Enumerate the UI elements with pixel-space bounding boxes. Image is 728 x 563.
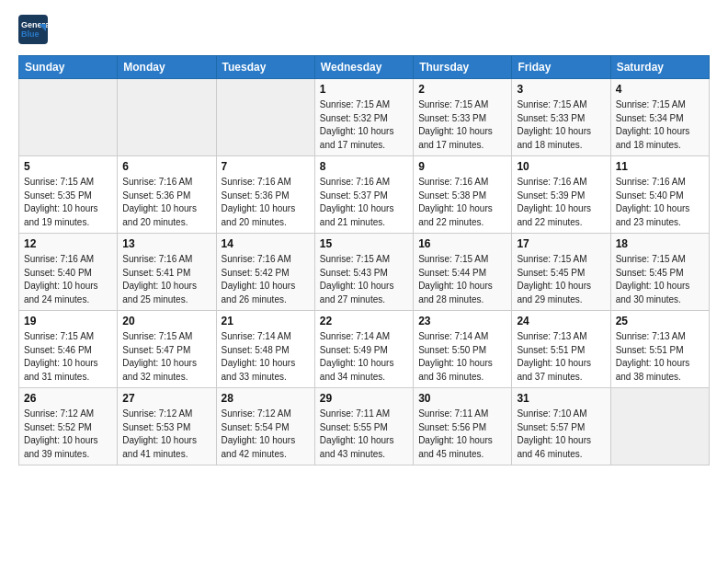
day-info: Sunrise: 7:15 AMSunset: 5:45 PMDaylight:… (517, 253, 605, 306)
weekday-header-cell: Friday (512, 56, 610, 79)
day-info: Sunrise: 7:14 AMSunset: 5:50 PMDaylight:… (418, 330, 506, 384)
calendar-body: 1Sunrise: 7:15 AMSunset: 5:32 PMDaylight… (19, 79, 710, 465)
day-info: Sunrise: 7:11 AMSunset: 5:56 PMDaylight:… (418, 408, 506, 461)
day-info: Sunrise: 7:16 AMSunset: 5:40 PMDaylight:… (24, 253, 112, 306)
calendar-cell: 5Sunrise: 7:15 AMSunset: 5:35 PMDaylight… (19, 156, 118, 234)
day-info: Sunrise: 7:14 AMSunset: 5:48 PMDaylight:… (222, 330, 310, 384)
day-info: Sunrise: 7:11 AMSunset: 5:55 PMDaylight:… (320, 408, 408, 461)
day-number: 27 (122, 392, 210, 405)
day-info: Sunrise: 7:16 AMSunset: 5:42 PMDaylight:… (222, 253, 310, 306)
day-info: Sunrise: 7:16 AMSunset: 5:41 PMDaylight:… (122, 253, 210, 306)
calendar-cell: 28Sunrise: 7:12 AMSunset: 5:54 PMDayligh… (216, 388, 314, 465)
day-number: 11 (616, 160, 704, 173)
calendar-cell: 4Sunrise: 7:15 AMSunset: 5:34 PMDaylight… (610, 79, 709, 156)
calendar-cell: 15Sunrise: 7:15 AMSunset: 5:43 PMDayligh… (314, 234, 413, 311)
weekday-header-row: SundayMondayTuesdayWednesdayThursdayFrid… (19, 56, 710, 79)
calendar-cell: 22Sunrise: 7:14 AMSunset: 5:49 PMDayligh… (314, 311, 413, 388)
calendar-cell (19, 79, 118, 156)
calendar-cell: 16Sunrise: 7:15 AMSunset: 5:44 PMDayligh… (414, 234, 512, 311)
day-info: Sunrise: 7:15 AMSunset: 5:34 PMDaylight:… (616, 98, 704, 152)
day-info: Sunrise: 7:13 AMSunset: 5:51 PMDaylight:… (517, 330, 605, 384)
calendar-cell: 14Sunrise: 7:16 AMSunset: 5:42 PMDayligh… (216, 234, 314, 311)
weekday-header-cell: Tuesday (216, 56, 314, 79)
day-number: 13 (122, 237, 210, 250)
day-info: Sunrise: 7:14 AMSunset: 5:49 PMDaylight:… (320, 330, 408, 384)
day-info: Sunrise: 7:16 AMSunset: 5:40 PMDaylight:… (616, 176, 704, 229)
calendar-cell: 18Sunrise: 7:15 AMSunset: 5:45 PMDayligh… (610, 234, 709, 311)
day-number: 20 (122, 315, 210, 327)
calendar-cell: 23Sunrise: 7:14 AMSunset: 5:50 PMDayligh… (414, 311, 512, 388)
calendar-cell: 27Sunrise: 7:12 AMSunset: 5:53 PMDayligh… (118, 388, 216, 465)
weekday-header-cell: Thursday (414, 56, 512, 79)
day-info: Sunrise: 7:15 AMSunset: 5:35 PMDaylight:… (24, 176, 112, 229)
day-number: 28 (222, 392, 310, 405)
day-number: 10 (517, 160, 605, 173)
day-number: 26 (24, 392, 112, 405)
calendar-cell: 8Sunrise: 7:16 AMSunset: 5:37 PMDaylight… (314, 156, 413, 234)
day-number: 2 (418, 83, 506, 96)
calendar-table: SundayMondayTuesdayWednesdayThursdayFrid… (18, 55, 710, 465)
day-number: 19 (24, 315, 112, 327)
day-info: Sunrise: 7:15 AMSunset: 5:33 PMDaylight:… (418, 98, 506, 152)
day-info: Sunrise: 7:12 AMSunset: 5:54 PMDaylight:… (222, 408, 310, 461)
day-info: Sunrise: 7:15 AMSunset: 5:32 PMDaylight:… (320, 98, 408, 152)
svg-text:Blue: Blue (21, 29, 40, 39)
day-number: 30 (418, 392, 506, 405)
calendar-cell: 21Sunrise: 7:14 AMSunset: 5:48 PMDayligh… (216, 311, 314, 388)
day-info: Sunrise: 7:16 AMSunset: 5:38 PMDaylight:… (418, 176, 506, 229)
calendar-cell: 3Sunrise: 7:15 AMSunset: 5:33 PMDaylight… (512, 79, 610, 156)
calendar-cell: 10Sunrise: 7:16 AMSunset: 5:39 PMDayligh… (512, 156, 610, 234)
weekday-header-cell: Monday (118, 56, 216, 79)
day-number: 31 (517, 392, 605, 405)
day-number: 7 (222, 160, 310, 173)
calendar-cell: 29Sunrise: 7:11 AMSunset: 5:55 PMDayligh… (314, 388, 413, 465)
day-number: 25 (616, 315, 704, 327)
day-number: 4 (616, 83, 704, 96)
day-number: 12 (24, 237, 112, 250)
day-info: Sunrise: 7:16 AMSunset: 5:39 PMDaylight:… (517, 176, 605, 229)
day-info: Sunrise: 7:15 AMSunset: 5:47 PMDaylight:… (122, 330, 210, 384)
day-info: Sunrise: 7:15 AMSunset: 5:46 PMDaylight:… (24, 330, 112, 384)
calendar-week-row: 26Sunrise: 7:12 AMSunset: 5:52 PMDayligh… (19, 388, 710, 465)
day-number: 1 (320, 83, 408, 96)
calendar-cell: 19Sunrise: 7:15 AMSunset: 5:46 PMDayligh… (19, 311, 118, 388)
calendar-cell: 12Sunrise: 7:16 AMSunset: 5:40 PMDayligh… (19, 234, 118, 311)
day-info: Sunrise: 7:15 AMSunset: 5:44 PMDaylight:… (418, 253, 506, 306)
logo: General Blue (18, 15, 48, 44)
day-number: 18 (616, 237, 704, 250)
day-number: 9 (418, 160, 506, 173)
day-info: Sunrise: 7:15 AMSunset: 5:45 PMDaylight:… (616, 253, 704, 306)
day-number: 23 (418, 315, 506, 327)
day-info: Sunrise: 7:13 AMSunset: 5:51 PMDaylight:… (616, 330, 704, 384)
day-number: 6 (122, 160, 210, 173)
calendar-cell: 13Sunrise: 7:16 AMSunset: 5:41 PMDayligh… (118, 234, 216, 311)
day-info: Sunrise: 7:16 AMSunset: 5:36 PMDaylight:… (122, 176, 210, 229)
day-info: Sunrise: 7:12 AMSunset: 5:53 PMDaylight:… (122, 408, 210, 461)
day-number: 24 (517, 315, 605, 327)
day-number: 17 (517, 237, 605, 250)
day-number: 22 (320, 315, 408, 327)
calendar-cell: 6Sunrise: 7:16 AMSunset: 5:36 PMDaylight… (118, 156, 216, 234)
logo-icon: General Blue (18, 15, 48, 44)
calendar-cell: 1Sunrise: 7:15 AMSunset: 5:32 PMDaylight… (314, 79, 413, 156)
weekday-header-cell: Wednesday (314, 56, 413, 79)
day-number: 15 (320, 237, 408, 250)
day-number: 3 (517, 83, 605, 96)
calendar-cell: 31Sunrise: 7:10 AMSunset: 5:57 PMDayligh… (512, 388, 610, 465)
day-info: Sunrise: 7:16 AMSunset: 5:36 PMDaylight:… (222, 176, 310, 229)
header: General Blue (18, 15, 710, 44)
day-info: Sunrise: 7:16 AMSunset: 5:37 PMDaylight:… (320, 176, 408, 229)
day-number: 8 (320, 160, 408, 173)
calendar-cell: 26Sunrise: 7:12 AMSunset: 5:52 PMDayligh… (19, 388, 118, 465)
calendar-week-row: 5Sunrise: 7:15 AMSunset: 5:35 PMDaylight… (19, 156, 710, 234)
calendar-cell: 24Sunrise: 7:13 AMSunset: 5:51 PMDayligh… (512, 311, 610, 388)
calendar-cell: 25Sunrise: 7:13 AMSunset: 5:51 PMDayligh… (610, 311, 709, 388)
calendar-cell (216, 79, 314, 156)
day-number: 29 (320, 392, 408, 405)
calendar-week-row: 12Sunrise: 7:16 AMSunset: 5:40 PMDayligh… (19, 234, 710, 311)
day-number: 14 (222, 237, 310, 250)
page: General Blue SundayMondayTuesdayWednesda… (0, 0, 728, 480)
calendar-cell: 2Sunrise: 7:15 AMSunset: 5:33 PMDaylight… (414, 79, 512, 156)
day-info: Sunrise: 7:12 AMSunset: 5:52 PMDaylight:… (24, 408, 112, 461)
day-number: 21 (222, 315, 310, 327)
